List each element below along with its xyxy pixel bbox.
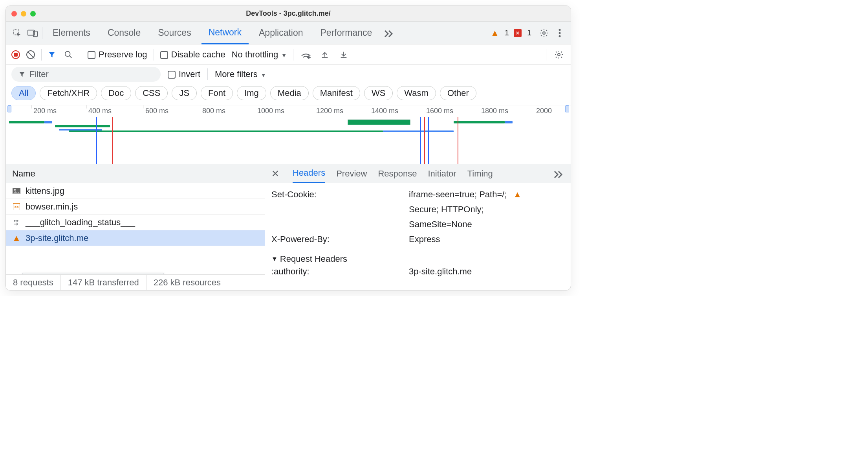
disable-cache-checkbox[interactable]: Disable cache (160, 50, 225, 60)
more-detail-tabs-icon[interactable] (552, 167, 564, 180)
divider (546, 49, 546, 61)
timeline-body (6, 117, 571, 164)
request-name: 3p-site.glitch.me (26, 233, 88, 243)
timeline-marker (112, 117, 113, 164)
detail-tab-preview[interactable]: Preview (336, 164, 367, 183)
pill-img[interactable]: Img (237, 86, 266, 100)
inspect-element-icon[interactable] (11, 27, 23, 39)
pill-js[interactable]: JS (172, 86, 197, 100)
pill-font[interactable]: Font (201, 86, 233, 100)
svg-point-9 (558, 53, 560, 56)
timeline-marker (458, 117, 458, 164)
timeline-bar (44, 121, 52, 123)
request-row-selected[interactable]: ▲ 3p-site.glitch.me (6, 230, 265, 246)
request-row[interactable]: kittens.jpg (6, 183, 265, 199)
network-settings-gear-icon[interactable] (553, 48, 565, 61)
network-conditions-icon[interactable] (300, 48, 312, 61)
pill-fetch-xhr[interactable]: Fetch/XHR (40, 86, 97, 100)
throttling-select[interactable]: No throttling▼ (232, 50, 287, 60)
upload-har-icon[interactable] (319, 48, 331, 61)
more-filters-label: More filters (215, 69, 258, 79)
invert-checkbox[interactable]: Invert (168, 69, 200, 79)
device-toolbar-icon[interactable] (26, 27, 39, 39)
filter-input[interactable]: Filter (11, 67, 161, 82)
request-name: bowser.min.js (26, 202, 78, 212)
svg-point-8 (308, 56, 310, 59)
tab-network[interactable]: Network (201, 22, 249, 44)
request-name: kittens.jpg (26, 186, 64, 196)
status-resources: 226 kB resources (146, 275, 228, 290)
detail-tab-response[interactable]: Response (378, 164, 417, 183)
search-icon[interactable] (62, 48, 75, 61)
window-titlebar: DevTools - 3pc.glitch.me/ (6, 6, 571, 22)
pill-other[interactable]: Other (440, 86, 476, 100)
filter-bar: Filter Invert More filters▼ (6, 65, 571, 84)
svg-point-4 (559, 29, 561, 31)
name-column-header[interactable]: Name (6, 164, 265, 183)
request-row[interactable]: ___glitch_loading_status___ (6, 215, 265, 230)
errors-icon[interactable]: × (514, 29, 522, 37)
clear-button[interactable] (26, 50, 35, 59)
resource-type-pills: All Fetch/XHR Doc CSS JS Font Img Media … (6, 84, 571, 105)
settings-gear-icon[interactable] (538, 27, 550, 39)
invert-label: Invert (179, 69, 200, 79)
pill-media[interactable]: Media (270, 86, 309, 100)
pill-manifest[interactable]: Manifest (313, 86, 360, 100)
timeline-bar (348, 119, 410, 125)
preserve-log-label: Preserve log (99, 50, 147, 59)
detail-tab-headers[interactable]: Headers (293, 164, 325, 183)
ruler-tick: 1000 ms (257, 107, 284, 115)
header-name: X-Powered-By: (271, 234, 401, 244)
record-button[interactable] (11, 50, 20, 59)
more-tabs-icon[interactable] (382, 27, 395, 39)
timeline-overview[interactable]: 200 ms 400 ms 600 ms 800 ms 1000 ms 1200… (6, 105, 571, 164)
timeline-bar (9, 121, 44, 123)
pill-all[interactable]: All (11, 86, 36, 100)
ruler-tick: 200 ms (33, 107, 57, 115)
svg-rect-2 (33, 31, 37, 37)
detail-tab-timing[interactable]: Timing (467, 164, 493, 183)
detail-tabs: ✕ Headers Preview Response Initiator Tim… (265, 164, 571, 183)
header-value: SameSite=None (409, 219, 564, 230)
more-filters-dropdown[interactable]: More filters▼ (215, 69, 266, 79)
ruler-tick: 1600 ms (426, 107, 453, 115)
main-tabs-bar: Elements Console Sources Network Applica… (6, 22, 571, 44)
tab-performance[interactable]: Performance (313, 22, 379, 44)
svg-point-14 (14, 221, 15, 221)
detail-tab-initiator[interactable]: Initiator (428, 164, 456, 183)
tab-elements[interactable]: Elements (46, 22, 97, 44)
tab-console[interactable]: Console (101, 22, 148, 44)
window-title: DevTools - 3pc.glitch.me/ (6, 9, 571, 18)
network-toolbar: Preserve log Disable cache No throttling… (6, 44, 571, 65)
header-value: iframe-seen=true; Path=/; ▲ (409, 189, 564, 200)
pill-css[interactable]: CSS (135, 86, 168, 100)
pill-ws[interactable]: WS (364, 86, 393, 100)
filter-toggle-icon[interactable] (48, 51, 56, 59)
svg-point-5 (559, 32, 561, 34)
warnings-icon[interactable]: ▲ (491, 28, 499, 38)
header-name: Set-Cookie: (271, 189, 401, 200)
kebab-menu-icon[interactable] (553, 27, 566, 39)
tab-application[interactable]: Application (252, 22, 310, 44)
download-har-icon[interactable] (337, 48, 350, 61)
pill-doc[interactable]: Doc (101, 86, 131, 100)
svg-text:<>: <> (14, 204, 19, 210)
ruler-tick: 2000 (536, 107, 552, 115)
timeline-marker (420, 117, 421, 164)
preserve-log-checkbox[interactable]: Preserve log (88, 50, 147, 60)
section-title-text: Request Headers (280, 254, 347, 264)
request-headers-section[interactable]: ▼ Request Headers (271, 247, 564, 264)
svg-point-11 (14, 189, 16, 191)
warning-icon[interactable]: ▲ (513, 189, 522, 199)
filter-placeholder: Filter (29, 69, 49, 79)
request-row[interactable]: <> bowser.min.js (6, 199, 265, 215)
warning-icon: ▲ (12, 233, 21, 243)
ruler-tick: 1400 ms (371, 107, 398, 115)
warnings-count: 1 (505, 28, 509, 37)
status-transferred: 147 kB transferred (61, 275, 146, 290)
timeline-marker (424, 117, 425, 164)
divider (293, 49, 293, 61)
pill-wasm[interactable]: Wasm (397, 86, 436, 100)
tab-sources[interactable]: Sources (151, 22, 198, 44)
close-details-icon[interactable]: ✕ (271, 168, 279, 179)
